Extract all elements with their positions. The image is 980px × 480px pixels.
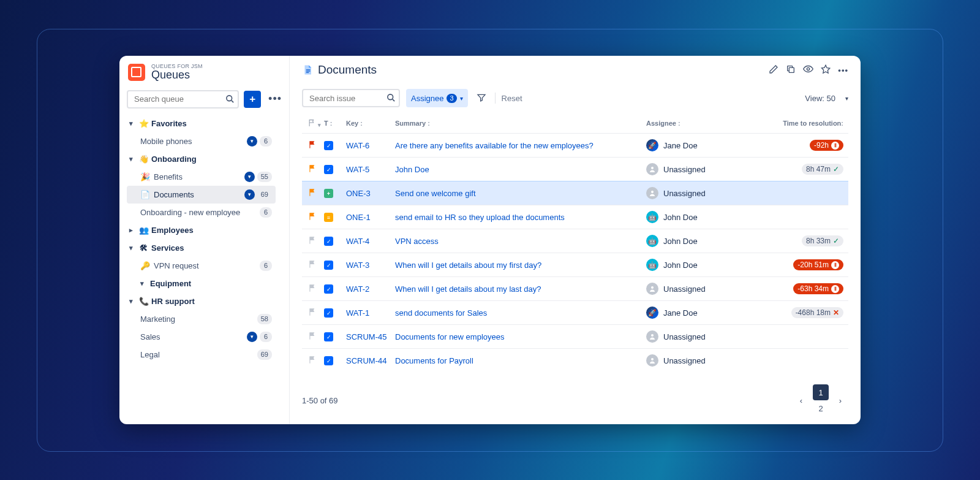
- group-favorites[interactable]: ▾⭐Favorites: [127, 115, 276, 132]
- issue-key-link[interactable]: WAT-5: [346, 165, 369, 174]
- group-services[interactable]: ▾🛠Services: [127, 239, 276, 257]
- table-row[interactable]: ✓ SCRUM-44 Documents for Payroll Unassig…: [302, 348, 848, 372]
- flag-icon[interactable]: [302, 356, 324, 366]
- sidebar-item-documents[interactable]: 📄Documents▾69: [127, 186, 276, 204]
- issue-summary-link[interactable]: send documents for Sales: [395, 308, 487, 318]
- assignee-cell[interactable]: Unassigned: [646, 187, 769, 199]
- issue-summary-link[interactable]: John Doe: [395, 165, 429, 174]
- star-icon[interactable]: [821, 64, 831, 76]
- group-equipment[interactable]: ▾Equipment: [127, 275, 276, 292]
- issue-key-link[interactable]: ONE-3: [346, 189, 371, 198]
- group-hr[interactable]: ▾📞HR support: [127, 292, 276, 310]
- svg-point-0: [227, 96, 232, 101]
- col-flag[interactable]: ▾: [302, 119, 324, 128]
- resolution-badge: 8h 47m✓: [802, 164, 843, 175]
- issue-summary-link[interactable]: When will I get details about my last da…: [395, 284, 541, 294]
- issue-summary-link[interactable]: Documents for Payroll: [395, 356, 473, 365]
- edit-icon[interactable]: [769, 64, 778, 76]
- avatar-icon: [646, 163, 658, 175]
- issue-summary-link[interactable]: Send one welcome gift: [395, 189, 476, 198]
- table-row[interactable]: ✓ WAT-2 When will I get details about my…: [302, 276, 848, 300]
- resolution-badge: 8h 33m✓: [802, 235, 843, 246]
- flag-icon[interactable]: [302, 140, 324, 151]
- assignee-cell[interactable]: 🤖John Doe: [646, 235, 769, 247]
- issue-key-link[interactable]: SCRUM-44: [346, 356, 386, 365]
- flag-icon[interactable]: [302, 212, 324, 223]
- flag-icon[interactable]: [302, 332, 324, 342]
- col-summary[interactable]: Summary: [395, 120, 646, 127]
- check-icon: ✓: [833, 237, 839, 245]
- flag-icon[interactable]: [302, 284, 324, 294]
- eye-icon[interactable]: [803, 64, 813, 76]
- issue-key-link[interactable]: ONE-1: [346, 213, 371, 222]
- assignee-cell[interactable]: Unassigned: [646, 330, 769, 343]
- sidebar-item-vpn[interactable]: 🔑VPN request6: [127, 257, 276, 275]
- issue-key-link[interactable]: WAT-1: [346, 308, 369, 318]
- assignee-filter-button[interactable]: Assignee 3 ▾: [406, 89, 468, 107]
- issue-summary-link[interactable]: Are there any benefits available for the…: [395, 141, 594, 150]
- assignee-cell[interactable]: Unassigned: [646, 354, 769, 367]
- sidebar-item-sales[interactable]: Sales▾6: [127, 328, 276, 346]
- issue-summary-link[interactable]: VPN access: [395, 237, 439, 246]
- flag-icon[interactable]: [302, 308, 324, 318]
- app-window: QUEUES FOR JSM Queues + ••• ▾⭐Favorites …: [119, 56, 861, 424]
- view-select[interactable]: View: 50▾: [805, 94, 848, 103]
- assignee-cell[interactable]: 🤖John Doe: [646, 259, 769, 271]
- sidebar-item-onboarding-new[interactable]: Onboarding - new employee6: [127, 204, 276, 221]
- more-actions-icon[interactable]: •••: [266, 93, 284, 105]
- issue-key-link[interactable]: WAT-2: [346, 284, 369, 294]
- pagination: ‹ 12 ›: [793, 384, 848, 416]
- avatar-icon: [646, 187, 658, 199]
- group-employees[interactable]: ▸👥Employees: [127, 221, 276, 239]
- sidebar-item-mobile[interactable]: Mobile phones▾6: [127, 132, 276, 150]
- issue-key-link[interactable]: WAT-6: [346, 141, 369, 150]
- assignee-cell[interactable]: 🚀Jane Doe: [646, 139, 769, 151]
- col-type[interactable]: T: [324, 120, 346, 127]
- table-row[interactable]: ✓ SCRUM-45 Documents for new employees U…: [302, 324, 848, 348]
- issue-key-link[interactable]: WAT-4: [346, 237, 369, 246]
- filter-icon[interactable]: [474, 93, 489, 104]
- page-number-button[interactable]: 1: [813, 384, 829, 400]
- assignee-cell[interactable]: 🚀Jane Doe: [646, 307, 769, 319]
- search-issue-input[interactable]: [302, 89, 400, 107]
- table-row[interactable]: ✓ WAT-1 send documents for Sales 🚀Jane D…: [302, 300, 848, 324]
- flag-icon[interactable]: [302, 164, 324, 175]
- more-icon[interactable]: •••: [838, 66, 848, 75]
- page-prev-button[interactable]: ‹: [793, 392, 809, 408]
- add-queue-button[interactable]: +: [244, 91, 261, 108]
- sidebar-item-marketing[interactable]: Marketing58: [127, 310, 276, 328]
- table-row[interactable]: ✓ WAT-5 John Doe Unassigned 8h 47m✓: [302, 157, 848, 181]
- flag-icon[interactable]: [302, 236, 324, 246]
- reset-button[interactable]: Reset: [502, 94, 522, 103]
- table-row[interactable]: ≡ ONE-1 send email to HR so they upload …: [302, 205, 848, 229]
- page-number-button[interactable]: 2: [813, 400, 829, 416]
- assignee-cell[interactable]: Unassigned: [646, 283, 769, 295]
- group-onboarding[interactable]: ▾👋Onboarding: [127, 150, 276, 168]
- issue-summary-link[interactable]: When will I get details about my first d…: [395, 261, 541, 270]
- issue-summary-link[interactable]: Documents for new employees: [395, 332, 504, 341]
- col-key[interactable]: Key: [346, 120, 395, 127]
- col-resolution[interactable]: Time to resolution: [769, 120, 848, 127]
- flag-icon[interactable]: [302, 260, 324, 270]
- svg-rect-4: [790, 67, 794, 72]
- table-row[interactable]: ✓ WAT-4 VPN access 🤖John Doe 8h 33m✓: [302, 229, 848, 253]
- sidebar-item-legal[interactable]: Legal69: [127, 346, 276, 364]
- issue-key-link[interactable]: SCRUM-45: [346, 332, 386, 341]
- issue-summary-link[interactable]: send email to HR so they upload the docu…: [395, 213, 565, 222]
- sidebar-tree[interactable]: ▾⭐Favorites Mobile phones▾6 ▾👋Onboarding…: [127, 115, 284, 364]
- table-row[interactable]: ✓ WAT-3 When will I get details about my…: [302, 253, 848, 276]
- assignee-cell[interactable]: 🤖John Doe: [646, 211, 769, 223]
- sidebar-item-benefits[interactable]: 🎉Benefits▾55: [127, 168, 276, 186]
- flag-icon[interactable]: [302, 188, 324, 199]
- chevron-down-icon: ▾: [129, 155, 135, 163]
- issue-key-link[interactable]: WAT-3: [346, 261, 369, 270]
- app-header: QUEUES FOR JSM Queues: [127, 63, 284, 89]
- chevron-down-icon: ▾: [460, 95, 463, 102]
- col-assignee[interactable]: Assignee: [646, 120, 769, 127]
- copy-icon[interactable]: [786, 64, 796, 76]
- search-queue-input[interactable]: [127, 90, 239, 109]
- table-row[interactable]: + ONE-3 Send one welcome gift Unassigned: [302, 181, 848, 205]
- table-row[interactable]: ✓ WAT-6 Are there any benefits available…: [302, 133, 848, 157]
- assignee-cell[interactable]: Unassigned: [646, 163, 769, 175]
- page-next-button[interactable]: ›: [832, 392, 848, 408]
